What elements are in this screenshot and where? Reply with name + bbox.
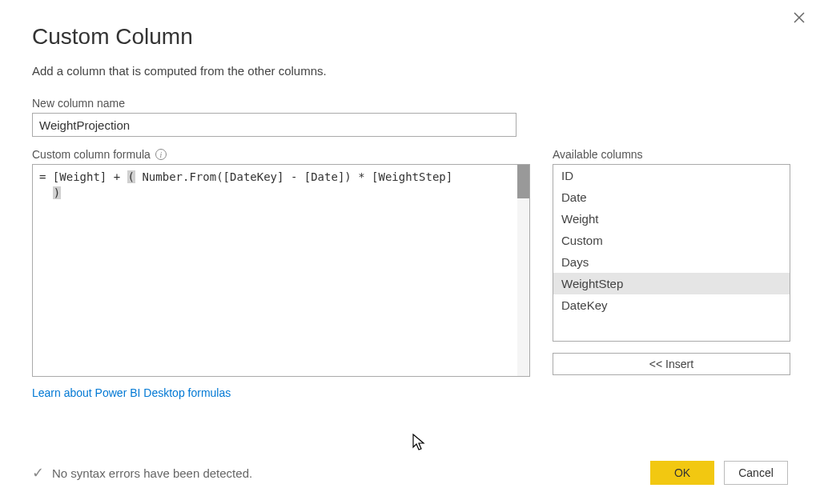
- available-columns-label: Available columns: [553, 148, 790, 161]
- dialog-subtitle: Add a column that is computed from the o…: [32, 64, 788, 78]
- check-icon: ✓: [32, 464, 44, 482]
- column-item[interactable]: Weight: [553, 208, 790, 230]
- column-item[interactable]: WeightStep: [553, 273, 790, 294]
- cancel-button[interactable]: Cancel: [724, 461, 788, 485]
- column-item[interactable]: Days: [553, 251, 790, 273]
- insert-button[interactable]: << Insert: [553, 353, 790, 375]
- available-columns-list[interactable]: IDDateWeightCustomDaysWeightStepDateKey: [553, 164, 790, 342]
- info-icon[interactable]: i: [155, 149, 167, 160]
- close-paren-highlight: ): [53, 186, 61, 199]
- new-column-name-label: New column name: [32, 97, 788, 110]
- formula-prefix: =: [39, 170, 53, 183]
- column-item[interactable]: Date: [553, 186, 790, 208]
- close-icon: [793, 8, 806, 28]
- dialog-title: Custom Column: [32, 24, 788, 50]
- open-paren-highlight: (: [127, 170, 135, 183]
- formula-label: Custom column formula i: [32, 148, 530, 161]
- close-button[interactable]: [793, 10, 806, 27]
- formula-editor[interactable]: = [Weight] + ( Number.From([DateKey] - […: [32, 164, 530, 377]
- formula-scrollbar[interactable]: [517, 165, 529, 376]
- new-column-name-input[interactable]: [32, 113, 517, 137]
- formula-label-text: Custom column formula: [32, 148, 151, 161]
- column-item[interactable]: DateKey: [553, 294, 790, 316]
- scrollbar-thumb[interactable]: [517, 165, 529, 198]
- column-item[interactable]: Custom: [553, 230, 790, 251]
- mouse-cursor-icon: [412, 434, 428, 453]
- formula-content[interactable]: = [Weight] + ( Number.From([DateKey] - […: [33, 165, 517, 376]
- status-message: No syntax errors have been detected.: [52, 466, 252, 480]
- learn-link[interactable]: Learn about Power BI Desktop formulas: [32, 386, 231, 399]
- ok-button[interactable]: OK: [650, 461, 714, 485]
- column-item[interactable]: ID: [553, 165, 790, 186]
- status-row: ✓ No syntax errors have been detected.: [32, 464, 252, 482]
